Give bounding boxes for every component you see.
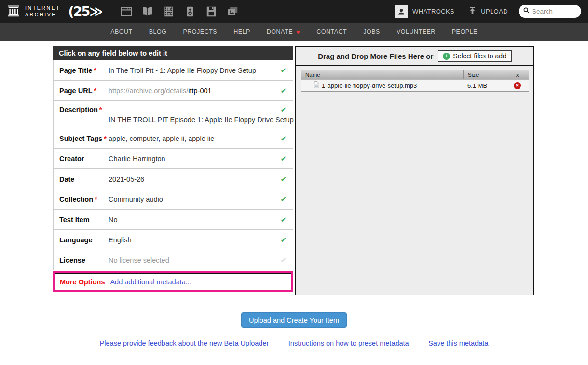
field-value: IN THE TROLL PIT Episode 1: Apple IIe Fl…	[109, 106, 307, 124]
field-row-page-title[interactable]: Page Title*In The Troll Pit - 1: Apple I…	[54, 60, 293, 81]
field-row-language[interactable]: LanguageEnglish✔	[54, 230, 293, 250]
nav-item-label: HELP	[233, 28, 250, 35]
nav-item-help[interactable]: HELP	[233, 28, 250, 35]
required-marker: *	[94, 87, 97, 95]
nav-item-label: VOLUNTEER	[397, 28, 436, 35]
main-nav: ABOUTBLOGPROJECTSHELPDONATE♥CONTACTJOBSV…	[0, 23, 588, 41]
required-marker: *	[95, 196, 97, 203]
field-row-test-item[interactable]: Test ItemNo✔	[54, 210, 293, 230]
field-label: Subject Tags*	[59, 135, 109, 142]
more-options-row[interactable]: More Options Add additional metadata...	[53, 271, 293, 292]
field-row-date[interactable]: Date2021-05-26✔	[54, 169, 293, 189]
search-box[interactable]	[519, 5, 581, 18]
field-label: Language	[59, 236, 109, 244]
nav-item-label: ABOUT	[110, 28, 133, 35]
submit-area: Upload and Create Your Item	[0, 312, 588, 328]
field-row-creator[interactable]: CreatorCharlie Harrington✔	[54, 149, 293, 169]
nav-item-projects[interactable]: PROJECTS	[183, 28, 217, 35]
audio-icon[interactable]	[183, 4, 197, 18]
required-marker: *	[104, 135, 107, 142]
nav-item-people[interactable]: PEOPLE	[452, 28, 478, 35]
field-row-page-url[interactable]: Page URL*https://archive.org/details/itt…	[54, 81, 293, 101]
footer-link-1[interactable]: Instructions on how to preset metadata	[288, 339, 409, 347]
field-row-subject-tags[interactable]: Subject Tags*apple, computer, apple ii, …	[54, 128, 293, 149]
nav-item-volunteer[interactable]: VOLUNTEER	[397, 28, 436, 35]
select-files-button[interactable]: + Select files to add	[438, 50, 512, 62]
software-icon[interactable]	[205, 4, 219, 18]
nav-item-label: PEOPLE	[452, 28, 478, 35]
field-value: In The Troll Pit - 1: Apple IIe Floppy D…	[109, 67, 287, 74]
field-label: License	[59, 256, 109, 264]
images-icon[interactable]	[226, 4, 240, 18]
column-header-name: Name	[301, 70, 463, 79]
file-table: Name Size x 1-apple-iie-floppy-drive-set…	[301, 70, 529, 92]
field-row-license[interactable]: LicenseNo license selected✔	[54, 250, 293, 270]
search-icon	[523, 7, 530, 16]
nav-item-label: JOBS	[363, 28, 380, 35]
nav-item-blog[interactable]: BLOG	[149, 28, 167, 35]
add-additional-metadata-link[interactable]: Add additional metadata...	[110, 278, 191, 286]
field-label: Creator	[59, 155, 109, 163]
brand-wordmark: INTERNET ARCHIVE	[25, 5, 60, 18]
anniversary-25-logo[interactable]: (25≫	[68, 4, 102, 19]
file-document-icon	[314, 81, 319, 90]
checkmark-icon: ✔	[280, 195, 287, 204]
field-value: 2021-05-26	[109, 175, 287, 183]
username-link[interactable]: WHATROCKS	[412, 8, 454, 15]
footer-links: Please provide feedback about the new Be…	[0, 339, 588, 347]
plus-icon: +	[443, 53, 450, 60]
footer-link-0[interactable]: Please provide feedback about the new Be…	[100, 339, 269, 347]
file-remove-cell: ✕	[506, 82, 529, 89]
upload-label: UPLOAD	[481, 8, 508, 15]
remove-file-icon[interactable]: ✕	[514, 82, 521, 89]
file-size: 6.1 MB	[463, 82, 506, 89]
archive-logo-link[interactable]: INTERNET ARCHIVE	[7, 4, 60, 19]
nav-item-about[interactable]: ABOUT	[110, 28, 133, 35]
upload-nav-link[interactable]: UPLOAD	[468, 6, 508, 17]
file-drop-panel[interactable]: Drag and Drop More Files Here or + Selec…	[295, 46, 534, 295]
upload-create-item-button[interactable]: Upload and Create Your Item	[241, 312, 347, 328]
link-separator: —	[415, 339, 423, 347]
nav-item-donate[interactable]: DONATE♥	[267, 28, 300, 36]
field-label: Page Title*	[59, 67, 109, 74]
nav-item-contact[interactable]: CONTACT	[316, 28, 347, 35]
drop-header: Drag and Drop More Files Here or + Selec…	[296, 47, 533, 66]
field-label: Page URL*	[59, 87, 109, 95]
nav-item-jobs[interactable]: JOBS	[363, 28, 380, 35]
content-area: Click on any field below to edit it Page…	[53, 46, 588, 295]
metadata-panel: Click on any field below to edit it Page…	[53, 46, 293, 292]
required-marker: *	[94, 67, 96, 74]
file-name-cell: 1-apple-iie-floppy-drive-setup.mp3	[301, 81, 463, 90]
field-value: Community audio	[109, 196, 287, 203]
metadata-rows: Page Title*In The Troll Pit - 1: Apple I…	[53, 60, 293, 270]
video-icon[interactable]	[162, 4, 176, 18]
field-value: No	[109, 216, 287, 224]
field-row-description[interactable]: Description*IN THE TROLL PIT Episode 1: …	[54, 101, 293, 128]
field-row-collection[interactable]: Collection*Community audio✔	[54, 189, 293, 210]
checkmark-icon: ✔	[280, 215, 287, 224]
field-label: Description*	[59, 106, 109, 113]
column-header-remove: x	[506, 70, 529, 79]
nav-item-label: PROJECTS	[183, 28, 217, 35]
footer-link-2[interactable]: Save this metadata	[428, 339, 488, 347]
field-label: Test Item	[59, 216, 109, 224]
nav-item-label: CONTACT	[316, 28, 347, 35]
file-row: 1-apple-iie-floppy-drive-setup.mp36.1 MB…	[301, 79, 529, 91]
top-header-bar: INTERNET ARCHIVE (25≫	[0, 0, 588, 23]
checkmark-icon: ✔	[280, 236, 287, 244]
checkmark-icon: ✔	[280, 66, 287, 75]
search-input[interactable]	[532, 8, 576, 15]
checkmark-icon: ✔	[280, 154, 287, 163]
file-name: 1-apple-iie-floppy-drive-setup.mp3	[322, 82, 417, 89]
checkmark-icon: ✔	[280, 175, 287, 183]
checkmark-icon: ✔	[280, 256, 287, 265]
file-rows: 1-apple-iie-floppy-drive-setup.mp36.1 MB…	[301, 79, 529, 91]
checkmark-icon: ✔	[280, 86, 287, 95]
web-icon[interactable]	[120, 4, 134, 18]
field-value: apple, computer, apple ii, apple iie	[109, 135, 287, 142]
user-avatar[interactable]	[395, 5, 408, 18]
required-marker: *	[99, 106, 102, 113]
archive-building-icon	[7, 4, 20, 19]
nav-item-label: BLOG	[149, 28, 167, 35]
texts-icon[interactable]	[141, 4, 155, 18]
